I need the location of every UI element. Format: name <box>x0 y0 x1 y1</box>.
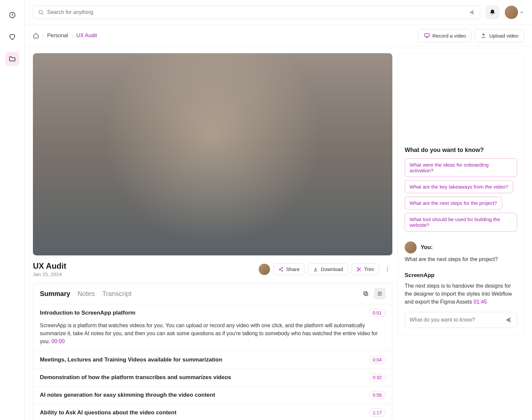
chevron-right-icon: › <box>71 33 73 38</box>
share-icon <box>278 267 284 272</box>
summary-section-title: Demonstration of how the platform transc… <box>40 374 231 381</box>
download-button[interactable]: Download <box>308 263 348 275</box>
chat-bot-name: ScreenApp <box>405 272 517 279</box>
svg-rect-2 <box>425 34 429 37</box>
notifications-button[interactable] <box>485 5 499 19</box>
side-nav <box>0 0 25 420</box>
scissors-icon <box>356 267 362 272</box>
chat-heading: What do you want to know? <box>405 147 517 154</box>
video-thumbnail[interactable] <box>33 53 392 255</box>
home-icon <box>33 33 39 39</box>
avatar <box>505 6 518 19</box>
svg-rect-11 <box>365 293 368 296</box>
download-label: Download <box>321 266 343 272</box>
video-title: UX Audit <box>33 261 66 271</box>
send-icon[interactable] <box>505 316 512 324</box>
user-menu[interactable] <box>505 6 524 19</box>
copy-button[interactable] <box>360 288 371 299</box>
timestamp-pill[interactable]: 0:56 <box>369 391 385 399</box>
summary-panel: Summary Notes Transcript <box>33 283 392 420</box>
list-view-button[interactable] <box>374 288 385 299</box>
more-menu[interactable] <box>382 264 392 274</box>
upload-video-button[interactable]: Upload video <box>475 29 524 42</box>
svg-point-8 <box>387 267 388 268</box>
summary-section: AI notes generation for easy skimming th… <box>33 386 392 404</box>
timestamp-pill[interactable]: 1:17 <box>369 409 385 417</box>
copy-icon <box>363 291 369 297</box>
chat-user-row: You: <box>405 241 517 253</box>
summary-section: Demonstration of how the platform transc… <box>33 369 392 386</box>
share-label: Share <box>286 266 300 272</box>
topbar <box>25 0 532 25</box>
svg-rect-12 <box>364 292 367 295</box>
chat-bot-message: The next steps is to handover the design… <box>405 282 517 306</box>
search-field[interactable] <box>47 9 465 15</box>
trim-label: Trim <box>364 266 374 272</box>
upload-icon <box>480 33 486 39</box>
svg-point-5 <box>282 270 283 271</box>
summary-section-head[interactable]: Demonstration of how the platform transc… <box>33 369 392 386</box>
svg-point-3 <box>282 267 283 268</box>
heart-icon[interactable] <box>5 30 19 44</box>
svg-point-4 <box>279 269 280 270</box>
svg-point-6 <box>357 267 358 268</box>
svg-point-9 <box>387 269 388 269</box>
svg-point-7 <box>357 270 358 271</box>
search-input[interactable] <box>33 5 480 19</box>
summary-section-head[interactable]: AI notes generation for easy skimming th… <box>33 386 392 404</box>
svg-point-10 <box>387 271 388 271</box>
chat-input-field[interactable] <box>410 317 501 323</box>
chat-suggestion[interactable]: What are the key takeaways from the vide… <box>405 180 513 193</box>
record-video-button[interactable]: Record a video <box>418 29 472 42</box>
summary-section-title: Introduction to ScreenApp platform <box>40 310 135 316</box>
tab-notes[interactable]: Notes <box>77 290 95 298</box>
trim-button[interactable]: Trim <box>351 263 379 275</box>
send-icon[interactable] <box>468 9 475 16</box>
summary-section-title: Ability to Ask AI questions about the vi… <box>40 409 177 416</box>
tab-summary[interactable]: Summary <box>40 290 70 298</box>
search-icon <box>38 9 44 15</box>
summary-section-title: Meetings, Lectures and Training Videos a… <box>40 356 222 363</box>
summary-section-title: AI notes generation for easy skimming th… <box>40 392 215 398</box>
breadcrumb-current[interactable]: UX Audit <box>76 33 97 39</box>
share-button[interactable]: Share <box>273 263 305 275</box>
chat-input[interactable] <box>405 312 517 328</box>
chat-user-message: What are the next steps for the project? <box>405 255 517 263</box>
summary-body-text: ScreenApp is a platform that watches vid… <box>40 323 378 344</box>
summary-section-head[interactable]: Ability to Ask AI questions about the vi… <box>33 404 392 420</box>
summary-section-head[interactable]: Introduction to ScreenApp platform 0:01 <box>33 304 392 322</box>
timestamp-pill[interactable]: 0:04 <box>369 356 385 364</box>
summary-section: Introduction to ScreenApp platform 0:01 … <box>33 304 392 351</box>
upload-video-label: Upload video <box>489 33 518 39</box>
tab-transcript[interactable]: Transcript <box>102 290 131 298</box>
subbar: › Personal › UX Audit Record a video Upl… <box>25 25 532 47</box>
chat-bot-text: The next steps is to handover the design… <box>405 283 512 305</box>
summary-section-head[interactable]: Meetings, Lectures and Training Videos a… <box>33 351 392 368</box>
summary-section: Meetings, Lectures and Training Videos a… <box>33 351 392 369</box>
chevron-down-icon <box>519 10 524 15</box>
timestamp-pill[interactable]: 0:01 <box>369 309 385 317</box>
folder-icon[interactable] <box>5 52 19 66</box>
breadcrumb-personal[interactable]: Personal <box>47 33 68 39</box>
monitor-icon <box>424 33 430 39</box>
more-vertical-icon <box>384 266 390 272</box>
chat-suggestion[interactable]: What were the ideas for onboarding activ… <box>405 158 517 177</box>
timestamp-link[interactable]: 00:00 <box>52 339 65 344</box>
avatar <box>405 241 417 253</box>
list-icon <box>377 291 383 297</box>
breadcrumb: › Personal › UX Audit <box>33 33 97 39</box>
clock-icon[interactable] <box>5 8 19 22</box>
owner-avatar[interactable] <box>259 264 270 275</box>
breadcrumb-home[interactable] <box>33 33 39 39</box>
summary-section-body: ScreenApp is a platform that watches vid… <box>33 322 392 351</box>
chat-suggestion[interactable]: What tool should be used for building th… <box>405 213 517 231</box>
video-date: Jan 25, 2024 <box>33 271 66 277</box>
chevron-right-icon: › <box>42 33 44 38</box>
timestamp-pill[interactable]: 0:32 <box>369 373 385 381</box>
chat-suggestion[interactable]: What are the next steps for the project? <box>405 197 502 210</box>
record-video-label: Record a video <box>433 33 466 39</box>
chat-you-label: You: <box>421 244 433 251</box>
summary-section: Ability to Ask AI questions about the vi… <box>33 404 392 420</box>
timestamp-link[interactable]: 01:45 <box>473 299 487 305</box>
svg-point-1 <box>39 10 43 14</box>
